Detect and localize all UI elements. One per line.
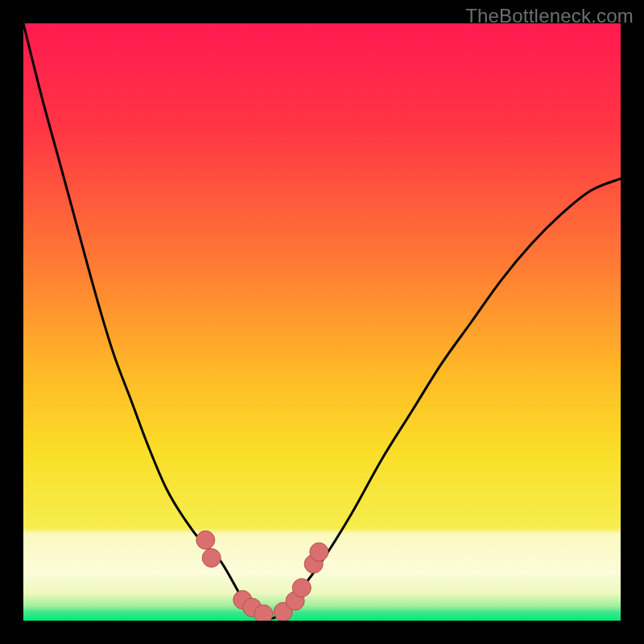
data-marker [254, 605, 273, 621]
chart-plot-area [23, 23, 621, 621]
data-marker [196, 530, 215, 549]
gradient-background [23, 23, 621, 621]
chart-svg [23, 23, 621, 621]
chart-frame: TheBottleneck.com [0, 0, 644, 644]
data-marker [292, 579, 311, 597]
data-marker [310, 543, 328, 561]
watermark-text: TheBottleneck.com [465, 5, 634, 27]
data-marker [202, 549, 221, 568]
